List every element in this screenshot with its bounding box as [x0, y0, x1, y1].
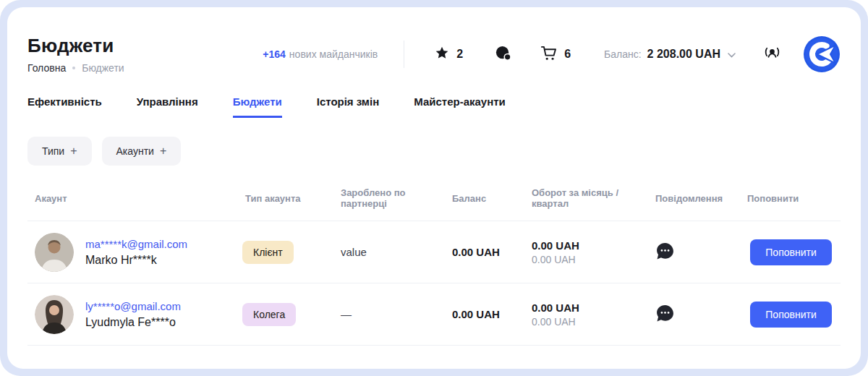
title-block: Бюджети Головна Бюджети: [27, 35, 124, 74]
tab-budgets[interactable]: Бюджети: [233, 95, 282, 118]
table-header-row: Акаунт Тип акаунта Зароблено по партнерц…: [27, 180, 841, 221]
email-link[interactable]: ma*****k@gmail.com: [85, 238, 187, 250]
topup-button[interactable]: Поповнити: [750, 239, 831, 265]
balance-value: 2 208.00 UAH: [647, 48, 720, 61]
notification-bell-icon: [763, 44, 781, 65]
turnover-month: 0.00 UAH: [532, 302, 642, 314]
earned-value: —: [341, 308, 352, 320]
filter-types-label: Типи: [42, 145, 64, 157]
table-row: ma*****k@gmail.com Marko Hr****k Клієнт …: [27, 221, 841, 283]
column-header-balance: Баланс: [440, 180, 519, 221]
chevron-down-icon: [728, 48, 736, 61]
message-button[interactable]: [655, 242, 675, 263]
notification-button[interactable]: [763, 44, 781, 65]
breadcrumb-current: Бюджети: [82, 62, 124, 74]
avatar: [35, 295, 74, 334]
account-info: ma*****k@gmail.com Marko Hr****k: [85, 238, 187, 267]
column-header-messages: Повідомлення: [642, 180, 741, 221]
plus-icon: +: [70, 145, 77, 157]
topup-button[interactable]: Поповнити: [750, 302, 831, 328]
account-name: Lyudmyla Fe****o: [85, 316, 181, 329]
account-cell: ly*****o@gmail.com Lyudmyla Fe****o: [35, 295, 242, 334]
email-link[interactable]: ly*****o@gmail.com: [85, 300, 181, 312]
topbar-right: +164 нових майданчиків 2: [263, 35, 841, 73]
breadcrumb: Головна Бюджети: [27, 62, 124, 74]
balance-dropdown[interactable]: Баланс: 2 208.00 UAH: [604, 48, 736, 61]
plus-icon: +: [160, 145, 166, 157]
account-cell: ma*****k@gmail.com Marko Hr****k: [35, 233, 242, 272]
turnover-quarter: 0.00 UAH: [532, 254, 642, 265]
accounts-table: Акаунт Тип акаунта Зароблено по партнерц…: [27, 180, 841, 346]
page-title: Бюджети: [27, 35, 124, 57]
balance-label: Баланс:: [604, 48, 642, 60]
breadcrumb-home-link[interactable]: Головна: [27, 62, 66, 74]
new-platforms-link[interactable]: +164 нових майданчиків: [263, 48, 378, 60]
tab-master-accounts[interactable]: Майстер-акаунти: [414, 95, 506, 118]
column-header-account-type: Тип акаунта: [242, 180, 329, 221]
main-card: Бюджети Головна Бюджети +164 нових майда…: [7, 7, 861, 369]
message-bubble-icon: [655, 315, 675, 325]
message-bubble-icon: [655, 252, 675, 263]
new-platforms-label: нових майданчиків: [289, 48, 378, 60]
earned-value: value: [341, 246, 367, 258]
topbar: Бюджети Головна Бюджети +164 нових майда…: [27, 35, 841, 74]
column-header-topup: Поповнити: [741, 180, 841, 221]
account-info: ly*****o@gmail.com Lyudmyla Fe****o: [85, 300, 181, 329]
tab-bar: Ефективність Управління Бюджети Історія …: [27, 95, 841, 118]
topbar-divider: [404, 40, 404, 68]
filter-bar: Типи + Акаунти +: [27, 137, 841, 166]
account-name: Marko Hr****k: [85, 254, 187, 267]
cart-icon: [540, 45, 557, 64]
chat-button[interactable]: [495, 45, 511, 64]
new-platforms-count: +164: [263, 48, 286, 60]
tab-change-history[interactable]: Історія змін: [317, 95, 379, 118]
favorites-button[interactable]: 2: [435, 46, 463, 63]
page-background: Бюджети Головна Бюджети +164 нових майда…: [0, 0, 868, 376]
brand-logo[interactable]: [803, 35, 841, 73]
tab-efficiency[interactable]: Ефективність: [27, 95, 102, 118]
balance-value: 0.00 UAH: [452, 246, 500, 258]
turnover-month: 0.00 UAH: [532, 239, 642, 252]
table-row: ly*****o@gmail.com Lyudmyla Fe****o Коле…: [27, 283, 841, 346]
filter-types-button[interactable]: Типи +: [27, 137, 92, 166]
cart-count: 6: [564, 48, 571, 61]
column-header-turnover: Оборот за місяць / квартал: [519, 180, 642, 221]
filter-accounts-button[interactable]: Акаунти +: [102, 137, 182, 166]
star-icon: [435, 46, 449, 63]
avatar: [35, 233, 74, 272]
column-header-earned: Зароблено по партнерці: [329, 180, 440, 221]
balance-value: 0.00 UAH: [452, 308, 500, 320]
favorites-count: 2: [456, 48, 463, 61]
column-header-account: Акаунт: [27, 180, 242, 221]
tab-management[interactable]: Управління: [137, 95, 198, 118]
account-type-badge: Колега: [242, 303, 296, 326]
chat-icon: [495, 45, 511, 64]
turnover-quarter: 0.00 UAH: [532, 316, 642, 328]
message-button[interactable]: [655, 304, 675, 325]
cart-button[interactable]: 6: [540, 45, 571, 64]
filter-accounts-label: Акаунти: [116, 145, 154, 157]
account-type-badge: Клієнт: [242, 241, 294, 264]
breadcrumb-separator: [72, 67, 75, 69]
